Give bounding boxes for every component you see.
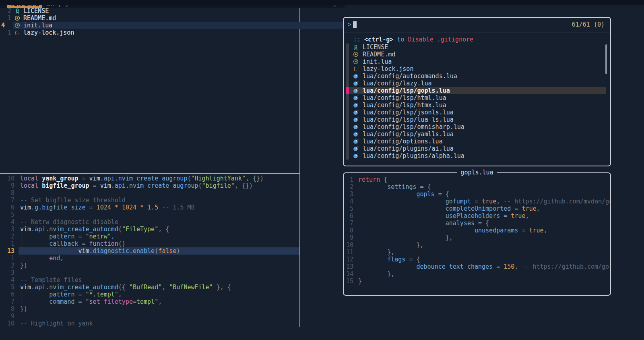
- code-line[interactable]: 4-- Template files: [0, 276, 299, 284]
- fzf-prompt[interactable]: > 61/61 (0): [348, 21, 606, 29]
- selection-gutter: [346, 152, 349, 160]
- line-number: 1: [0, 15, 11, 22]
- fzf-item[interactable]: lua/config/lsp/omnisharp.lua: [346, 123, 606, 131]
- line-number: 7: [344, 220, 353, 227]
- code-line[interactable]: 3vim.api.nvim_create_autocmd("FileType",…: [0, 226, 299, 233]
- code-line[interactable]: 8}): [0, 305, 299, 313]
- line-number: 10: [0, 320, 14, 327]
- selection-gutter: [346, 116, 349, 123]
- code-line[interactable]: 4-- Netrw diagnostic disable: [0, 218, 299, 226]
- fzf-item[interactable]: lua/config/lsp/yamlls.lua: [346, 131, 606, 138]
- file-path: lua/config/options.lua: [363, 138, 443, 145]
- window-horizontal-separator[interactable]: [0, 173, 299, 174]
- code-line[interactable]: 1│ end,: [0, 255, 299, 262]
- line-number: 4: [0, 218, 14, 226]
- fzf-item[interactable]: lua/config/lazy.lua: [346, 80, 606, 87]
- file-path: lua/config/lsp/htmx.lua: [363, 102, 446, 109]
- preview-line: 13 debounce_text_changes = 150, -- https…: [344, 263, 610, 270]
- file-entry[interactable]: 4init.lua: [0, 22, 344, 29]
- fzf-item[interactable]: lua/config/lsp/lua_ls.lua: [346, 116, 606, 123]
- fzf-item[interactable]: lua/config/autocomands.lua: [346, 73, 606, 80]
- code-line[interactable]: 2│ pattern = "netrw",: [0, 233, 299, 240]
- line-number: 6: [344, 212, 353, 220]
- lua-icon: [353, 81, 360, 86]
- selection-gutter: [346, 51, 349, 58]
- file-path: lua/config/lsp/html.lua: [363, 94, 446, 102]
- line-number: 9: [0, 182, 14, 189]
- file-path: README.md: [363, 51, 395, 58]
- line-number: 5: [0, 211, 14, 218]
- line-number: 6: [0, 291, 14, 298]
- selection-gutter: [346, 80, 349, 87]
- code-line[interactable]: 7│ command = "set filetype=templ",: [0, 298, 299, 305]
- svg-text:{.}: {.}: [353, 66, 359, 71]
- line-number: 14: [344, 270, 353, 278]
- command-line[interactable]: [0, 0, 644, 5]
- line-number: 3: [344, 191, 353, 198]
- selection-gutter: [346, 131, 349, 138]
- preview-line: 14 },: [344, 270, 610, 278]
- match-counter: 61/61 (0): [572, 21, 605, 28]
- file-path: lua/config/lsp/jsonls.lua: [363, 109, 454, 116]
- code-line[interactable]: 3: [0, 269, 299, 276]
- file-entry[interactable]: 1{.}lazy-lock.json: [0, 29, 344, 36]
- fzf-result-list: LICENSEREADME.mdinit.lua{.}lazy-lock.jso…: [344, 44, 610, 160]
- fzf-item[interactable]: lua/config/plugins/ai.lua: [346, 145, 606, 152]
- code-line[interactable]: 13│ vim.diagnostic.enable(false): [0, 247, 299, 255]
- code-line[interactable]: 5: [0, 211, 299, 218]
- lua-icon: [353, 146, 360, 151]
- code-line[interactable]: 5vim.api.nvim_create_autocmd({ "BufRead"…: [0, 284, 299, 291]
- code-line[interactable]: 2}): [0, 262, 299, 269]
- fzf-item[interactable]: lua/config/plugins/alpha.lua: [346, 152, 606, 160]
- fzf-item[interactable]: lua/config/options.lua: [346, 138, 606, 145]
- fzf-item[interactable]: LICENSE: [346, 44, 606, 51]
- code-line[interactable]: 9: [0, 313, 299, 320]
- readme-icon: [14, 15, 21, 21]
- code-line[interactable]: 10-- Highlight on yank: [0, 320, 299, 327]
- file-entry[interactable]: 2LICENSE: [0, 7, 344, 15]
- code-line[interactable]: 6│ pattern = "*.templ",: [0, 291, 299, 298]
- code-line[interactable]: 6vim.g.bigfile_size = 1024 * 1024 * 1.5 …: [0, 204, 299, 211]
- code-line[interactable]: 9local bigfile_group = vim.api.nvim_crea…: [0, 182, 299, 189]
- fzf-item[interactable]: init.lua: [346, 58, 606, 65]
- file-path: LICENSE: [363, 44, 388, 51]
- selection-gutter: [346, 102, 349, 109]
- line-number: 8: [0, 305, 14, 313]
- file-path: lua/config/lsp/yamlls.lua: [363, 131, 454, 138]
- line-number: 2: [0, 7, 11, 15]
- fzf-item[interactable]: lua/config/lsp/jsonls.lua: [346, 109, 606, 116]
- selection-gutter: [346, 44, 349, 51]
- line-number: 7: [0, 197, 14, 204]
- code-line[interactable]: 7-- Set bigfile size threshold: [0, 197, 299, 204]
- initlua-icon: [14, 23, 21, 28]
- fzf-item[interactable]: lua/config/lsp/gopls.lua: [346, 87, 606, 94]
- preview-line: 7 analyses = {: [344, 220, 610, 227]
- line-number: 5: [0, 284, 14, 291]
- file-entry[interactable]: 1README.md: [0, 15, 344, 22]
- fzf-item[interactable]: {.}lazy-lock.json: [346, 65, 606, 73]
- scrollbar[interactable]: [605, 44, 607, 74]
- selection-gutter: [346, 109, 349, 116]
- selection-gutter: [346, 94, 349, 102]
- prompt-separator: [344, 33, 610, 33]
- lua-icon: [353, 139, 360, 144]
- window-vertical-separator[interactable]: [299, 0, 300, 327]
- fzf-item[interactable]: README.md: [346, 51, 606, 58]
- line-number: 9: [0, 313, 14, 320]
- toggle-gitignore-action: Disable .gitignore: [408, 36, 473, 43]
- preview-line: 9 },: [344, 234, 610, 241]
- license-icon: [14, 8, 21, 14]
- fzf-item[interactable]: lua/config/lsp/htmx.lua: [346, 102, 606, 109]
- lua-icon: [353, 95, 360, 101]
- file-name: LICENSE: [23, 7, 49, 15]
- fzf-item[interactable]: lua/config/lsp/html.lua: [346, 94, 606, 102]
- preview-line: 12 flags = {: [344, 256, 610, 263]
- code-line[interactable]: 10local yank_group = vim.api.nvim_create…: [0, 175, 299, 182]
- code-line[interactable]: 1│ callback = function(): [0, 240, 299, 247]
- file-path: init.lua: [363, 58, 392, 65]
- lua-icon: [353, 102, 360, 108]
- file-path: lua/config/autocomands.lua: [363, 73, 457, 80]
- line-number: 5: [344, 205, 353, 212]
- preview-code: 1return {2 settings = {3 gopls = {4 gofu…: [344, 176, 610, 294]
- code-line[interactable]: 8: [0, 189, 299, 197]
